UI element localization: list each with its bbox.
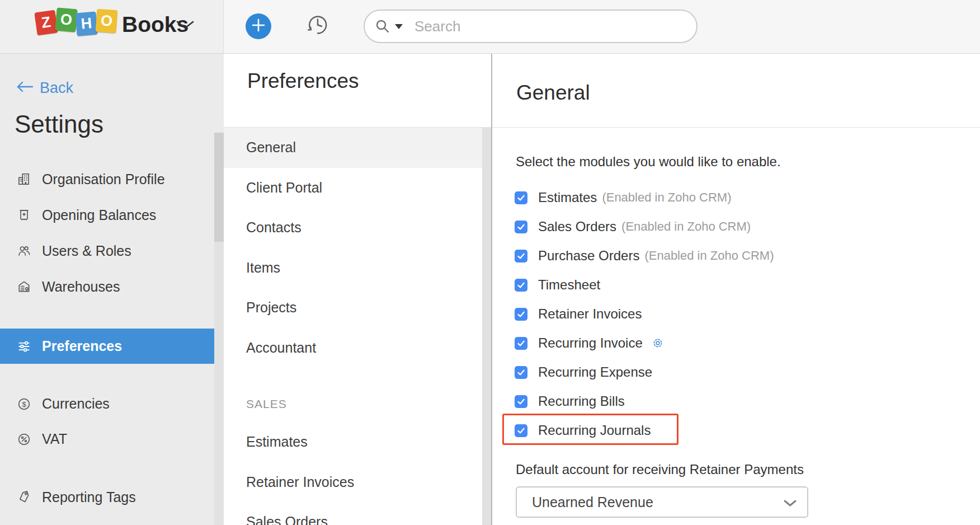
sidebar-item-users-roles[interactable]: Users & Roles (0, 233, 214, 269)
pref-section-label: SALES (246, 397, 287, 411)
pref-item-label: Projects (246, 299, 296, 316)
pref-item-sales-orders[interactable]: Sales Orders (224, 502, 482, 525)
pref-item-general[interactable]: General (224, 128, 482, 168)
back-arrow-icon (16, 81, 34, 95)
pref-item-label: General (246, 139, 296, 156)
pref-item-label: Retainer Invoices (246, 474, 354, 490)
checkbox-sales-orders[interactable] (515, 221, 527, 233)
settings-title: Settings (15, 110, 103, 138)
pref-item-accountant[interactable]: Accountant (224, 328, 482, 368)
sidebar-item-label: Warehouses (42, 279, 120, 295)
back-link[interactable]: Back (16, 79, 73, 96)
org-switcher-chevron-icon[interactable] (175, 20, 195, 30)
general-panel-title: General (516, 81, 590, 105)
module-row-sales-orders: Sales Orders (Enabled in Zoho CRM) (515, 212, 906, 241)
module-label: Retainer Invoices (538, 306, 642, 322)
pref-item-items[interactable]: Items (224, 248, 482, 288)
checkbox-recurring-expense[interactable] (515, 366, 527, 379)
quick-create-button[interactable] (246, 13, 271, 39)
sidebar-item-currencies[interactable]: $ Currencies (0, 386, 214, 421)
module-row-purchase-orders: Purchase Orders (Enabled in Zoho CRM) (515, 241, 906, 270)
sidebar-item-label: Reporting Tags (42, 489, 136, 505)
default-account-select[interactable]: Unearned Revenue (516, 486, 808, 518)
users-icon (17, 243, 31, 258)
sidebar-item-label: Users & Roles (42, 243, 131, 259)
history-clock-icon (305, 30, 331, 39)
sidebar-item-label: Currencies (42, 396, 110, 412)
module-label: Timesheet (538, 277, 600, 293)
sidebar-group-tags: Reporting Tags (0, 479, 214, 515)
module-label: Recurring Invoice (538, 335, 643, 351)
zoho-logo-tile-o2: O (96, 9, 118, 33)
zoho-books-settings-screen: Z O H O Books Search (0, 0, 980, 525)
pref-item-label: Items (246, 260, 280, 276)
sidebar-group-money: $ Currencies VAT (0, 386, 214, 457)
plus-icon (251, 18, 266, 35)
default-account-label: Default account for receiving Retainer P… (516, 461, 804, 477)
sidebar-item-warehouses[interactable]: Warehouses (0, 269, 214, 304)
sidebar-item-label: VAT (42, 431, 67, 447)
sidebar-item-label: Preferences (42, 338, 122, 354)
module-row-retainer-invoices: Retainer Invoices (515, 299, 906, 329)
sidebar-group-preferences: Preferences (0, 329, 214, 364)
module-label: Sales Orders (538, 219, 616, 235)
module-label: Recurring Bills (538, 393, 625, 409)
checkbox-recurring-invoice[interactable] (515, 337, 527, 350)
tag-icon (17, 490, 31, 504)
pref-item-projects[interactable]: Projects (224, 288, 482, 328)
checkbox-recurring-bills[interactable] (515, 395, 527, 408)
module-row-recurring-invoice: Recurring Invoice (515, 329, 906, 358)
zoho-logo-tile-z: Z (34, 10, 58, 36)
back-label: Back (40, 79, 73, 97)
sidebar-item-label: Opening Balances (42, 207, 156, 223)
panel-divider (491, 54, 492, 525)
sidebar-item-reporting-tags[interactable]: Reporting Tags (0, 479, 214, 515)
currency-icon: $ (17, 397, 31, 411)
sidebar-item-organisation-profile[interactable]: Organisation Profile (0, 161, 214, 197)
zoho-logo-tile-h: H (75, 11, 97, 36)
opening-balances-icon (17, 208, 31, 222)
pref-item-contacts[interactable]: Contacts (224, 208, 482, 248)
pref-item-label: Estimates (246, 434, 308, 450)
pref-item-label: Contacts (246, 219, 301, 236)
chevron-down-icon (783, 499, 797, 507)
checkbox-estimates[interactable] (515, 191, 527, 204)
recurring-invoice-settings-gear-icon[interactable] (652, 337, 664, 349)
sliders-icon (17, 339, 31, 354)
percent-icon (17, 432, 31, 447)
pref-item-retainer-invoices[interactable]: Retainer Invoices (224, 462, 482, 503)
pref-item-client-portal[interactable]: Client Portal (224, 168, 482, 208)
default-account-value: Unearned Revenue (532, 494, 653, 510)
module-label: Estimates (538, 190, 597, 205)
search-scope-dropdown-icon[interactable] (395, 24, 403, 29)
sidebar-scrollbar-thumb[interactable] (214, 133, 224, 242)
sidebar-group-organisation: Organisation Profile Opening Balances Us… (0, 161, 214, 304)
module-label: Recurring Expense (538, 364, 652, 380)
recurring-journals-highlight-box (502, 414, 679, 445)
pref-item-label: Sales Orders (246, 514, 328, 525)
module-note: (Enabled in Zoho CRM) (621, 219, 751, 234)
module-note: (Enabled in Zoho CRM) (644, 249, 774, 263)
module-label: Purchase Orders (538, 248, 639, 264)
module-row-estimates: Estimates (Enabled in Zoho CRM) (515, 183, 906, 212)
sidebar-item-label: Organisation Profile (42, 171, 165, 187)
modules-intro-text: Select the modules you would like to ena… (516, 153, 781, 170)
recent-history-button[interactable] (305, 12, 331, 38)
global-search-input[interactable]: Search (364, 10, 698, 43)
sidebar-item-preferences[interactable]: Preferences (0, 329, 214, 364)
pref-item-estimates[interactable]: Estimates (224, 422, 482, 462)
checkbox-timesheet[interactable] (515, 279, 527, 292)
module-row-timesheet: Timesheet (515, 270, 906, 299)
sidebar-item-vat[interactable]: VAT (0, 421, 214, 457)
sidebar-item-opening-balances[interactable]: Opening Balances (0, 197, 214, 233)
module-row-recurring-expense: Recurring Expense (515, 358, 906, 387)
preferences-list: General Client Portal Contacts Items Pro… (224, 128, 482, 525)
module-note: (Enabled in Zoho CRM) (602, 190, 731, 205)
checkbox-retainer-invoices[interactable] (515, 308, 527, 321)
zoho-logo-tile-o1: O (55, 7, 77, 32)
preferences-scrollbar[interactable] (482, 128, 491, 525)
preferences-panel-title: Preferences (247, 68, 359, 94)
pref-item-label: Accountant (246, 340, 316, 356)
checkbox-purchase-orders[interactable] (515, 250, 527, 262)
topbar-divider (223, 0, 224, 53)
